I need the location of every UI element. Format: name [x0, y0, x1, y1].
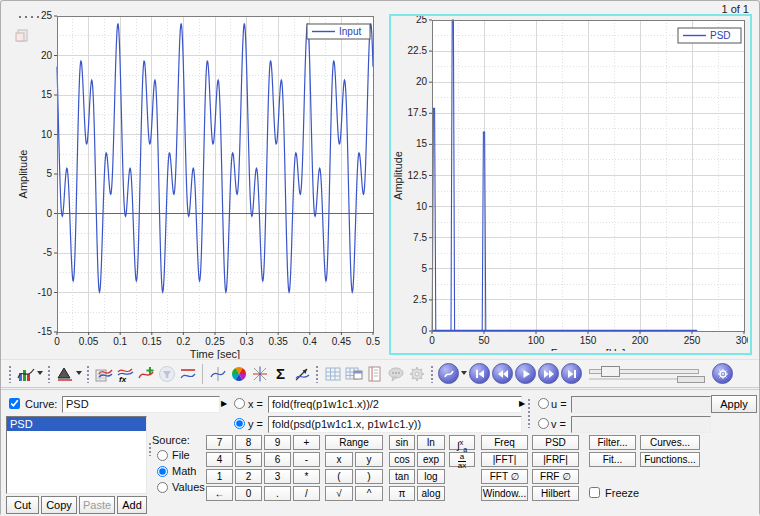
- psd-plot-pane[interactable]: 05010015020025030002.557.51012.51517.520…: [389, 14, 752, 355]
- key-multiply[interactable]: *: [293, 469, 320, 484]
- limit-line-icon[interactable]: [177, 363, 198, 385]
- histogram-style-icon[interactable]: [15, 363, 36, 385]
- y-formula-radio[interactable]: [234, 418, 245, 429]
- v-formula-field[interactable]: [571, 416, 711, 433]
- curve-list-item[interactable]: PSD: [7, 417, 146, 431]
- skew-axes-icon[interactable]: [249, 363, 270, 385]
- curve-name-combo[interactable]: PSD: [62, 396, 220, 413]
- key-3[interactable]: 3: [264, 469, 291, 484]
- key-6[interactable]: 6: [264, 452, 291, 467]
- skip-end-icon[interactable]: [561, 363, 582, 384]
- dropdown-caret-icon[interactable]: [36, 363, 44, 385]
- fit-button[interactable]: Fit...: [589, 452, 636, 467]
- key-4[interactable]: 4: [206, 452, 233, 467]
- key-integral[interactable]: ∫xa: [449, 435, 475, 450]
- animation-gear-icon[interactable]: [712, 363, 733, 384]
- rewind-icon[interactable]: [492, 363, 513, 384]
- key-backspace[interactable]: ←: [206, 486, 233, 501]
- key-alog[interactable]: alog: [417, 486, 445, 501]
- toolbar-grip[interactable]: [8, 365, 12, 383]
- slider-handle[interactable]: [601, 366, 620, 377]
- source-values-radio[interactable]: [157, 482, 168, 493]
- filter-button[interactable]: Filter...: [589, 435, 636, 450]
- toolbar-grip[interactable]: [86, 365, 90, 383]
- u-formula-radio[interactable]: [538, 398, 549, 409]
- report-page-icon[interactable]: [364, 363, 385, 385]
- v-formula-radio[interactable]: [538, 418, 549, 429]
- peak-shape-icon[interactable]: [54, 363, 75, 385]
- color-wheel-icon[interactable]: [228, 363, 249, 385]
- toolbar-grip[interactable]: [315, 365, 319, 383]
- psd-button[interactable]: PSD: [532, 435, 579, 450]
- key-plus[interactable]: +: [293, 435, 320, 450]
- grid-icon[interactable]: [322, 363, 343, 385]
- key-decimal[interactable]: .: [264, 486, 291, 501]
- paste-button[interactable]: Paste: [79, 496, 115, 514]
- key-tan[interactable]: tan: [389, 469, 415, 484]
- key-log[interactable]: log: [417, 469, 445, 484]
- u-formula-field[interactable]: [571, 396, 711, 413]
- filter-funnel-icon[interactable]: [156, 363, 177, 385]
- slider-handle-secondary[interactable]: [677, 376, 705, 383]
- grid-window-icon[interactable]: [343, 363, 364, 385]
- time-chart[interactable]: 00.050.10.150.20.250.30.350.40.450.5-15-…: [3, 7, 387, 359]
- key-power[interactable]: ^: [355, 486, 383, 501]
- fast-forward-icon[interactable]: [538, 363, 559, 384]
- add-button[interactable]: Add: [117, 496, 147, 514]
- draw-tool-icon[interactable]: [438, 363, 459, 384]
- y-formula-field[interactable]: fold(psd(p1w1c1.x, p1w1c1.y)): [268, 416, 522, 433]
- toolbar-grip[interactable]: [47, 365, 51, 383]
- frf-mag-button[interactable]: |FRF|: [532, 452, 579, 467]
- key-7[interactable]: 7: [206, 435, 233, 450]
- copy-button[interactable]: Copy: [41, 496, 77, 514]
- curves-button[interactable]: Curves...: [640, 435, 700, 450]
- key-ln[interactable]: ln: [417, 435, 445, 450]
- freeze-checkbox[interactable]: [589, 487, 600, 498]
- key-8[interactable]: 8: [235, 435, 262, 450]
- fft-mag-button[interactable]: |FFT|: [481, 452, 528, 467]
- key-1[interactable]: 1: [206, 469, 233, 484]
- key-y[interactable]: y: [355, 452, 383, 467]
- frf-phase-button[interactable]: FRF ∅: [532, 469, 579, 484]
- comment-bubble-icon[interactable]: [385, 363, 406, 385]
- source-file-radio[interactable]: [157, 450, 168, 461]
- settings-gear-icon[interactable]: [406, 363, 427, 385]
- source-math-radio[interactable]: [157, 466, 168, 477]
- key-cos[interactable]: cos: [389, 452, 415, 467]
- key-open-paren[interactable]: (: [325, 469, 353, 484]
- key-minus[interactable]: -: [293, 452, 320, 467]
- range-button[interactable]: Range: [325, 435, 383, 450]
- key-derivative[interactable]: aax: [449, 452, 475, 467]
- x-field-expand-arrow[interactable]: ▶: [519, 399, 525, 409]
- cut-button[interactable]: Cut: [6, 496, 39, 514]
- hilbert-button[interactable]: Hilbert: [532, 486, 579, 501]
- panel-grip[interactable]: [527, 398, 531, 428]
- sheet-curve-icon[interactable]: [93, 363, 114, 385]
- apply-button[interactable]: Apply: [711, 395, 757, 413]
- curve-list[interactable]: PSD: [6, 416, 147, 494]
- key-9[interactable]: 9: [264, 435, 291, 450]
- x-formula-field[interactable]: fold(freq(p1w1c1.x))/2: [268, 396, 522, 413]
- dropdown-caret-icon[interactable]: [460, 363, 468, 385]
- key-5[interactable]: 5: [235, 452, 262, 467]
- dropdown-caret-icon[interactable]: [75, 363, 83, 385]
- x-formula-radio[interactable]: [234, 398, 245, 409]
- key-pi[interactable]: π: [389, 486, 415, 501]
- curve-combo-expand-arrow[interactable]: ▶: [221, 399, 227, 409]
- freq-button[interactable]: Freq: [481, 435, 528, 450]
- skip-start-icon[interactable]: [469, 363, 490, 384]
- formula-curve-icon[interactable]: fx: [114, 363, 135, 385]
- psd-chart[interactable]: 05010015020025030002.557.51012.51517.520…: [391, 16, 748, 351]
- time-plot-pane[interactable]: 00.050.10.150.20.250.30.350.40.450.5-15-…: [3, 7, 387, 359]
- sum-icon[interactable]: Σ: [270, 363, 291, 385]
- key-close-paren[interactable]: ): [355, 469, 383, 484]
- key-sqrt[interactable]: √: [325, 486, 353, 501]
- functions-button[interactable]: Functions...: [640, 452, 700, 467]
- add-curve-icon[interactable]: [135, 363, 156, 385]
- toolbar-grip[interactable]: [430, 365, 434, 383]
- key-x[interactable]: x: [325, 452, 353, 467]
- play-icon[interactable]: [515, 363, 536, 384]
- axis-arrow-icon[interactable]: [291, 363, 312, 385]
- window-button[interactable]: Window...: [481, 486, 528, 501]
- marker-curve-icon[interactable]: [207, 363, 228, 385]
